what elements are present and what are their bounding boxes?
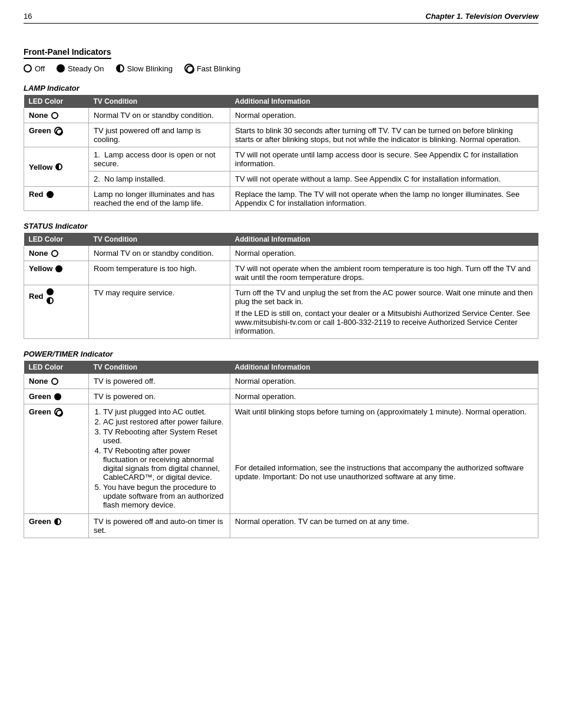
table-row: Yellow 1. Lamp access door is open or no… <box>24 147 538 172</box>
led-cell: Yellow <box>24 261 89 285</box>
tv-condition: TV is powered off. <box>89 374 230 389</box>
fast-blink-icon <box>184 64 194 73</box>
legend-slow-label: Slow Blinking <box>127 64 173 73</box>
additional-info: Turn off the TV and unplug the set from … <box>230 285 538 339</box>
list-item: You have begun the procedure to update s… <box>103 483 225 509</box>
fast-blink-icon <box>54 127 62 135</box>
lamp-header-led: LED Color <box>24 95 89 108</box>
list-item: AC just restored after power failure. <box>103 417 225 426</box>
table-row: Red TV may require service. Turn off the… <box>24 285 538 339</box>
legend-steady-label: Steady On <box>68 64 104 73</box>
tv-condition: TV is powered off and auto-on timer is s… <box>89 514 230 538</box>
tv-condition: TV may require service. <box>89 285 230 339</box>
tv-condition: 2. No lamp installed. <box>89 172 230 187</box>
pt-header-tv: TV Condition <box>89 361 230 374</box>
tv-condition: TV just powered off and lamp is cooling. <box>89 123 230 147</box>
legend-fast: Fast Blinking <box>184 64 240 73</box>
led-cell: Green <box>24 514 89 538</box>
steady-icon <box>47 191 54 198</box>
additional-part1: Turn off the TV and unplug the set from … <box>235 288 533 306</box>
pt-header-add: Additional Information <box>230 361 538 374</box>
front-panel-section: Front-Panel Indicators Off Steady On Slo… <box>24 35 538 73</box>
lamp-indicator-title: LAMP Indicator <box>24 84 538 93</box>
table-row: Green TV is powered on. Normal operation… <box>24 389 538 404</box>
status-indicator-table: LED Color TV Condition Additional Inform… <box>24 233 538 339</box>
additional-info: Normal operation. TV can be turned on at… <box>230 514 538 538</box>
none-label: None <box>29 111 48 120</box>
tv-condition: Lamp no longer illuminates and has reach… <box>89 187 230 211</box>
legend-off: Off <box>24 64 45 73</box>
status-header-add: Additional Information <box>230 233 538 246</box>
tv-condition: 1. Lamp access door is open or not secur… <box>89 147 230 172</box>
green-label: Green <box>29 126 51 135</box>
legend-steady: Steady On <box>57 64 104 73</box>
table-row: None Normal TV on or standby condition. … <box>24 246 538 261</box>
power-timer-section: POWER/TIMER Indicator LED Color TV Condi… <box>24 350 538 538</box>
led-cell: None <box>24 108 89 123</box>
additional-info: Normal operation. <box>230 389 538 404</box>
status-indicator-title: STATUS Indicator <box>24 222 538 230</box>
power-timer-title: POWER/TIMER Indicator <box>24 350 538 358</box>
lamp-header-add: Additional Information <box>230 95 538 108</box>
status-header-led: LED Color <box>24 233 89 246</box>
legend-slow: Slow Blinking <box>116 64 173 73</box>
page-header: 16 Chapter 1. Television Overview <box>24 12 538 24</box>
additional-info: Normal operation. <box>230 108 538 123</box>
additional-info: TV will not operate when the ambient roo… <box>230 261 538 285</box>
led-cell: Red <box>24 187 89 211</box>
page-number: 16 <box>24 12 32 21</box>
table-row: Green TV is powered off and auto-on time… <box>24 514 538 538</box>
led-cell: None <box>24 374 89 389</box>
steady-icon <box>47 288 54 295</box>
yellow-label: Yellow <box>29 264 52 273</box>
led-cell: Green <box>24 404 89 514</box>
off-icon <box>51 250 58 257</box>
indicator-legend: Off Steady On Slow Blinking Fast Blinkin… <box>24 64 538 73</box>
additional-info: TV will not operate without a lamp. See … <box>230 172 538 187</box>
pt-header-led: LED Color <box>24 361 89 374</box>
red-label: Red <box>29 292 44 301</box>
status-header-tv: TV Condition <box>89 233 230 246</box>
additional-info: Wait until blinking stops before turning… <box>230 404 538 514</box>
off-icon <box>51 112 58 119</box>
legend-fast-label: Fast Blinking <box>197 64 240 73</box>
table-row: Green TV just plugged into AC outlet. AC… <box>24 404 538 514</box>
lamp-indicator-section: LAMP Indicator LED Color TV Condition Ad… <box>24 84 538 211</box>
tv-condition: Room temperature is too high. <box>89 261 230 285</box>
lamp-indicator-table: LED Color TV Condition Additional Inform… <box>24 95 538 211</box>
additional-info: Starts to blink 30 seconds after turning… <box>230 123 538 147</box>
table-row: Yellow Room temperature is too high. TV … <box>24 261 538 285</box>
table-row: 2. No lamp installed. TV will not operat… <box>24 172 538 187</box>
chapter-title: Chapter 1. Television Overview <box>425 12 538 21</box>
led-cell: Yellow <box>24 147 89 187</box>
power-timer-table: LED Color TV Condition Additional Inform… <box>24 361 538 538</box>
yellow-label: Yellow <box>29 163 52 172</box>
tv-condition: Normal TV on or standby condition. <box>89 246 230 261</box>
additional-info: Replace the lamp. The TV will not operat… <box>230 187 538 211</box>
steady-icon <box>57 64 65 73</box>
steady-icon <box>55 265 62 272</box>
table-row: Red Lamp no longer illuminates and has r… <box>24 187 538 211</box>
led-cell: Red <box>24 285 89 339</box>
table-row: Green TV just powered off and lamp is co… <box>24 123 538 147</box>
green-label: Green <box>29 517 51 526</box>
off-icon <box>51 378 58 385</box>
led-cell: Green <box>24 123 89 147</box>
green-label: Green <box>29 407 51 416</box>
table-row: None Normal TV on or standby condition. … <box>24 108 538 123</box>
tv-condition: TV is powered on. <box>89 389 230 404</box>
list-item: TV Rebooting after System Reset used. <box>103 427 225 445</box>
fast-blink-icon <box>54 408 62 416</box>
table-row: None TV is powered off. Normal operation… <box>24 374 538 389</box>
slow-blink-icon <box>54 518 61 525</box>
list-item: TV just plugged into AC outlet. <box>103 407 225 416</box>
green-label: Green <box>29 392 51 401</box>
additional-part2: For detailed information, see the instru… <box>235 463 533 481</box>
tv-condition: Normal TV on or standby condition. <box>89 108 230 123</box>
slow-blink-icon <box>55 163 62 170</box>
status-indicator-section: STATUS Indicator LED Color TV Condition … <box>24 222 538 339</box>
slow-blink-icon <box>116 64 124 73</box>
red-label: Red <box>29 190 44 199</box>
tv-condition-list: TV just plugged into AC outlet. AC just … <box>94 407 225 509</box>
list-item: TV Rebooting after power fluctuation or … <box>103 446 225 482</box>
